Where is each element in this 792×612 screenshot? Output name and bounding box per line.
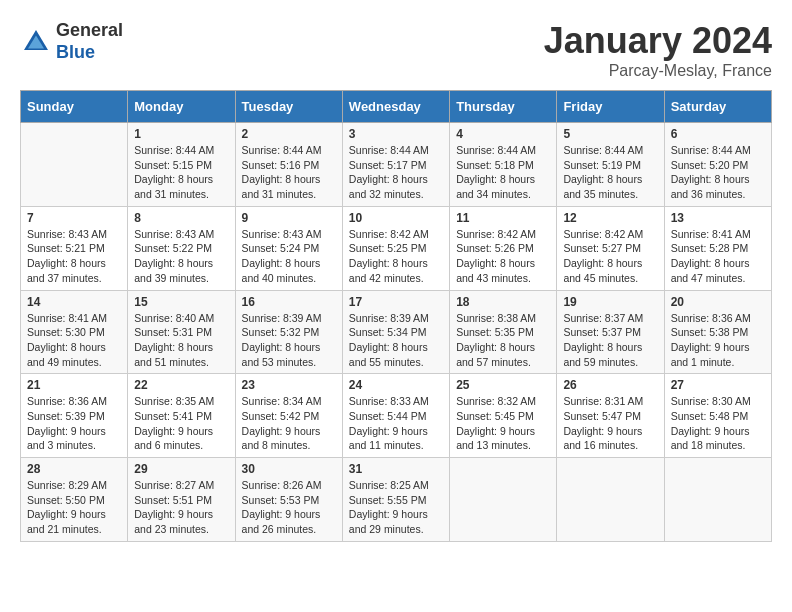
day-info: Sunrise: 8:43 AMSunset: 5:21 PMDaylight:… [27,227,121,286]
day-number: 2 [242,127,336,141]
day-number: 3 [349,127,443,141]
day-number: 7 [27,211,121,225]
day-number: 10 [349,211,443,225]
day-info: Sunrise: 8:41 AMSunset: 5:30 PMDaylight:… [27,311,121,370]
calendar-cell: 23Sunrise: 8:34 AMSunset: 5:42 PMDayligh… [235,374,342,458]
calendar-cell [664,458,771,542]
calendar-cell: 3Sunrise: 8:44 AMSunset: 5:17 PMDaylight… [342,123,449,207]
calendar-cell: 26Sunrise: 8:31 AMSunset: 5:47 PMDayligh… [557,374,664,458]
day-info: Sunrise: 8:42 AMSunset: 5:27 PMDaylight:… [563,227,657,286]
day-info: Sunrise: 8:29 AMSunset: 5:50 PMDaylight:… [27,478,121,537]
calendar-cell: 31Sunrise: 8:25 AMSunset: 5:55 PMDayligh… [342,458,449,542]
day-number: 1 [134,127,228,141]
day-number: 21 [27,378,121,392]
weekday-header-tuesday: Tuesday [235,91,342,123]
day-number: 8 [134,211,228,225]
day-info: Sunrise: 8:44 AMSunset: 5:18 PMDaylight:… [456,143,550,202]
day-info: Sunrise: 8:44 AMSunset: 5:15 PMDaylight:… [134,143,228,202]
calendar-cell: 1Sunrise: 8:44 AMSunset: 5:15 PMDaylight… [128,123,235,207]
calendar-table: SundayMondayTuesdayWednesdayThursdayFrid… [20,90,772,542]
calendar-cell: 2Sunrise: 8:44 AMSunset: 5:16 PMDaylight… [235,123,342,207]
calendar-cell: 19Sunrise: 8:37 AMSunset: 5:37 PMDayligh… [557,290,664,374]
day-number: 31 [349,462,443,476]
day-info: Sunrise: 8:35 AMSunset: 5:41 PMDaylight:… [134,394,228,453]
day-info: Sunrise: 8:44 AMSunset: 5:16 PMDaylight:… [242,143,336,202]
calendar-cell: 15Sunrise: 8:40 AMSunset: 5:31 PMDayligh… [128,290,235,374]
logo-blue: Blue [56,42,123,64]
calendar-cell: 22Sunrise: 8:35 AMSunset: 5:41 PMDayligh… [128,374,235,458]
calendar-cell: 20Sunrise: 8:36 AMSunset: 5:38 PMDayligh… [664,290,771,374]
day-number: 30 [242,462,336,476]
day-info: Sunrise: 8:32 AMSunset: 5:45 PMDaylight:… [456,394,550,453]
day-info: Sunrise: 8:43 AMSunset: 5:24 PMDaylight:… [242,227,336,286]
day-info: Sunrise: 8:38 AMSunset: 5:35 PMDaylight:… [456,311,550,370]
day-number: 17 [349,295,443,309]
calendar-cell: 21Sunrise: 8:36 AMSunset: 5:39 PMDayligh… [21,374,128,458]
calendar-cell: 25Sunrise: 8:32 AMSunset: 5:45 PMDayligh… [450,374,557,458]
day-number: 13 [671,211,765,225]
title-block: January 2024 Parcay-Meslay, France [544,20,772,80]
day-info: Sunrise: 8:36 AMSunset: 5:38 PMDaylight:… [671,311,765,370]
calendar-week-1: 1Sunrise: 8:44 AMSunset: 5:15 PMDaylight… [21,123,772,207]
day-info: Sunrise: 8:25 AMSunset: 5:55 PMDaylight:… [349,478,443,537]
calendar-cell: 16Sunrise: 8:39 AMSunset: 5:32 PMDayligh… [235,290,342,374]
location: Parcay-Meslay, France [544,62,772,80]
weekday-header-friday: Friday [557,91,664,123]
day-number: 19 [563,295,657,309]
day-number: 20 [671,295,765,309]
month-title: January 2024 [544,20,772,62]
day-number: 25 [456,378,550,392]
calendar-cell: 18Sunrise: 8:38 AMSunset: 5:35 PMDayligh… [450,290,557,374]
weekday-header-saturday: Saturday [664,91,771,123]
day-info: Sunrise: 8:31 AMSunset: 5:47 PMDaylight:… [563,394,657,453]
day-info: Sunrise: 8:34 AMSunset: 5:42 PMDaylight:… [242,394,336,453]
day-number: 27 [671,378,765,392]
calendar-week-4: 21Sunrise: 8:36 AMSunset: 5:39 PMDayligh… [21,374,772,458]
day-number: 11 [456,211,550,225]
calendar-cell: 28Sunrise: 8:29 AMSunset: 5:50 PMDayligh… [21,458,128,542]
calendar-week-5: 28Sunrise: 8:29 AMSunset: 5:50 PMDayligh… [21,458,772,542]
day-number: 26 [563,378,657,392]
calendar-cell: 7Sunrise: 8:43 AMSunset: 5:21 PMDaylight… [21,206,128,290]
calendar-cell: 24Sunrise: 8:33 AMSunset: 5:44 PMDayligh… [342,374,449,458]
day-info: Sunrise: 8:26 AMSunset: 5:53 PMDaylight:… [242,478,336,537]
day-info: Sunrise: 8:44 AMSunset: 5:19 PMDaylight:… [563,143,657,202]
logo: General Blue [20,20,123,63]
day-info: Sunrise: 8:36 AMSunset: 5:39 PMDaylight:… [27,394,121,453]
day-number: 22 [134,378,228,392]
calendar-cell: 6Sunrise: 8:44 AMSunset: 5:20 PMDaylight… [664,123,771,207]
day-number: 6 [671,127,765,141]
logo-icon [20,26,52,58]
day-number: 14 [27,295,121,309]
calendar-week-2: 7Sunrise: 8:43 AMSunset: 5:21 PMDaylight… [21,206,772,290]
calendar-cell: 17Sunrise: 8:39 AMSunset: 5:34 PMDayligh… [342,290,449,374]
calendar-cell [450,458,557,542]
weekday-header-sunday: Sunday [21,91,128,123]
day-number: 29 [134,462,228,476]
day-number: 23 [242,378,336,392]
calendar-cell: 11Sunrise: 8:42 AMSunset: 5:26 PMDayligh… [450,206,557,290]
calendar-week-3: 14Sunrise: 8:41 AMSunset: 5:30 PMDayligh… [21,290,772,374]
day-number: 18 [456,295,550,309]
day-info: Sunrise: 8:40 AMSunset: 5:31 PMDaylight:… [134,311,228,370]
day-info: Sunrise: 8:33 AMSunset: 5:44 PMDaylight:… [349,394,443,453]
weekday-header-monday: Monday [128,91,235,123]
day-info: Sunrise: 8:43 AMSunset: 5:22 PMDaylight:… [134,227,228,286]
calendar-cell [21,123,128,207]
day-number: 5 [563,127,657,141]
day-info: Sunrise: 8:42 AMSunset: 5:26 PMDaylight:… [456,227,550,286]
logo-general: General [56,20,123,42]
day-info: Sunrise: 8:30 AMSunset: 5:48 PMDaylight:… [671,394,765,453]
day-number: 28 [27,462,121,476]
weekday-header-thursday: Thursday [450,91,557,123]
calendar-cell: 5Sunrise: 8:44 AMSunset: 5:19 PMDaylight… [557,123,664,207]
weekday-header-row: SundayMondayTuesdayWednesdayThursdayFrid… [21,91,772,123]
calendar-cell [557,458,664,542]
day-info: Sunrise: 8:39 AMSunset: 5:32 PMDaylight:… [242,311,336,370]
day-info: Sunrise: 8:44 AMSunset: 5:17 PMDaylight:… [349,143,443,202]
day-info: Sunrise: 8:41 AMSunset: 5:28 PMDaylight:… [671,227,765,286]
calendar-cell: 30Sunrise: 8:26 AMSunset: 5:53 PMDayligh… [235,458,342,542]
day-number: 12 [563,211,657,225]
calendar-cell: 29Sunrise: 8:27 AMSunset: 5:51 PMDayligh… [128,458,235,542]
day-number: 4 [456,127,550,141]
